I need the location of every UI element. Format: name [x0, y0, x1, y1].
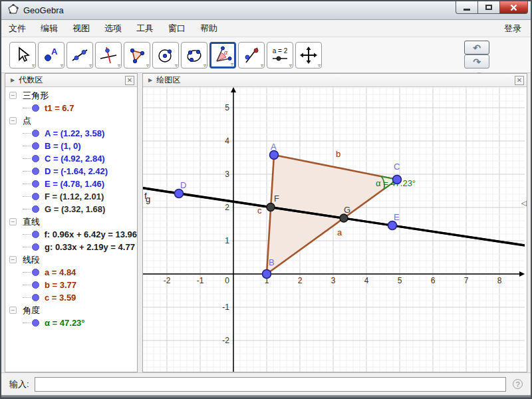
tool-move[interactable]: ▿	[9, 42, 36, 68]
y-axis-tick-label: 5	[225, 103, 229, 112]
algebra-close-button[interactable]: ✕	[125, 76, 134, 85]
collapse-toggle[interactable]: −	[9, 307, 17, 314]
visibility-toggle-dot[interactable]	[32, 243, 39, 251]
tool-point[interactable]: A ▿	[38, 42, 65, 68]
point-B[interactable]	[263, 270, 271, 279]
panel-menu-arrow-icon[interactable]: ▶	[148, 77, 152, 83]
menu-tools[interactable]: 工具	[129, 20, 161, 37]
algebra-item-row[interactable]: a = 4.84	[5, 266, 137, 279]
menu-help[interactable]: 帮助	[193, 20, 225, 37]
visibility-toggle-dot[interactable]	[32, 294, 39, 301]
point-C[interactable]	[393, 176, 402, 184]
visibility-toggle-dot[interactable]	[32, 168, 39, 175]
help-icon: ?	[515, 380, 519, 388]
visibility-toggle-dot[interactable]	[32, 319, 39, 327]
tool-line[interactable]: ▿	[66, 42, 93, 68]
visibility-toggle-dot[interactable]	[32, 281, 39, 289]
algebra-item-row[interactable]: f: 0.96x + 6.42y = 13.96	[5, 228, 137, 241]
point-E[interactable]	[388, 221, 397, 230]
panel-collapse-arrow-icon[interactable]: ◁	[521, 199, 527, 207]
visibility-toggle-dot[interactable]	[32, 193, 39, 200]
tool-reflect[interactable]: ▿	[238, 42, 265, 68]
algebra-item-value: F = (1.12, 2.01)	[45, 192, 104, 201]
new-point-icon: A	[42, 46, 61, 65]
point-D[interactable]	[175, 190, 184, 198]
point-A[interactable]	[270, 151, 279, 160]
algebra-group-label: 直线	[23, 216, 40, 228]
point-F[interactable]	[267, 203, 275, 211]
algebra-item-row[interactable]: E = (4.78, 1.46)	[5, 178, 137, 190]
title-bar[interactable]: GeoGebra	[1, 1, 531, 20]
tool-move-graphics[interactable]: ▿	[295, 42, 322, 68]
y-axis-tick-label: -2	[222, 336, 229, 345]
menu-window[interactable]: 窗口	[161, 20, 193, 37]
collapse-toggle[interactable]: −	[9, 117, 17, 124]
algebra-item-value: E = (4.78, 1.46)	[45, 179, 104, 189]
undo-icon: ↶	[473, 43, 481, 53]
algebra-item-row[interactable]: α = 47.23°	[5, 317, 137, 329]
menu-file[interactable]: 文件	[1, 20, 33, 37]
graphics-canvas[interactable]: -2-11234567854321-1-20α = 47.23°cabfgABC…	[143, 87, 525, 372]
y-axis-tick-label: 3	[225, 170, 229, 179]
point-label-B: B	[269, 257, 275, 267]
menu-bar: 文件 编辑 视图 选项 工具 窗口 帮助 登录	[1, 20, 531, 37]
algebra-item-row[interactable]: A = (1.22, 3.58)	[5, 127, 137, 140]
collapse-toggle[interactable]: −	[9, 218, 17, 225]
collapse-toggle[interactable]: −	[9, 92, 17, 99]
graphics-close-button[interactable]: ✕	[515, 76, 524, 85]
redo-button[interactable]: ↷	[464, 55, 489, 68]
point-label-A: A	[271, 142, 277, 152]
collapse-toggle[interactable]: −	[9, 256, 17, 263]
algebra-item-row[interactable]: g: 0.33x + 2.19y = 4.77	[5, 241, 137, 253]
tool-perpendicular-line[interactable]: ▿	[95, 42, 122, 68]
panel-splitter[interactable]	[138, 73, 142, 372]
algebra-group-row[interactable]: −三角形	[5, 89, 137, 102]
algebra-item-row[interactable]: C = (4.92, 2.84)	[5, 152, 137, 165]
close-button[interactable]	[500, 1, 528, 14]
visibility-toggle-dot[interactable]	[32, 142, 39, 150]
tool-polygon[interactable]: ▿	[124, 42, 150, 68]
point-G[interactable]	[340, 214, 348, 222]
algebra-item-row[interactable]: D = (-1.64, 2.42)	[5, 165, 137, 178]
visibility-toggle-dot[interactable]	[32, 205, 39, 213]
maximize-button[interactable]	[478, 1, 500, 14]
menu-view[interactable]: 视图	[65, 20, 97, 37]
tree-line	[23, 184, 31, 184]
algebra-group-row[interactable]: −直线	[5, 215, 137, 228]
algebra-item-row[interactable]: b = 3.77	[5, 279, 137, 291]
algebra-item-row[interactable]: F = (1.12, 2.01)	[5, 190, 137, 203]
algebra-item-value: a = 4.84	[45, 267, 76, 277]
algebra-group-label: 角度	[23, 305, 40, 317]
menu-edit[interactable]: 编辑	[33, 20, 65, 37]
algebra-item-row[interactable]: G = (3.32, 1.68)	[5, 203, 137, 215]
algebra-item-value: t1 = 6.7	[45, 103, 74, 113]
visibility-toggle-dot[interactable]	[32, 130, 39, 137]
tool-conic[interactable]: ▿	[181, 42, 207, 68]
tool-angle[interactable]: α ▿	[209, 42, 236, 68]
undo-button[interactable]: ↶	[464, 41, 489, 55]
algebra-item-row[interactable]: B = (1, 0)	[5, 140, 137, 152]
algebra-group-row[interactable]: −线段	[5, 253, 137, 266]
command-input[interactable]	[35, 377, 506, 392]
tool-circle[interactable]: ▿	[152, 42, 179, 68]
input-help-button[interactable]: ?	[513, 379, 523, 389]
visibility-toggle-dot[interactable]	[32, 155, 39, 162]
y-axis-tick-label: 4	[225, 136, 229, 146]
visibility-toggle-dot[interactable]	[32, 231, 39, 238]
minimize-button[interactable]	[456, 1, 478, 14]
visibility-toggle-dot[interactable]	[32, 104, 39, 112]
algebra-group-row[interactable]: −角度	[5, 304, 137, 317]
algebra-group-label: 点	[23, 115, 31, 127]
tree-line	[23, 285, 31, 285]
algebra-item-row[interactable]: t1 = 6.7	[5, 102, 137, 114]
menu-options[interactable]: 选项	[97, 20, 129, 37]
visibility-toggle-dot[interactable]	[32, 180, 39, 188]
tool-slider[interactable]: a = 2 ▿	[267, 42, 293, 68]
sign-in-button[interactable]: 登录	[495, 20, 531, 37]
algebra-item-row[interactable]: c = 3.59	[5, 291, 137, 304]
svg-text:a = 2: a = 2	[273, 47, 288, 55]
algebra-group-row[interactable]: −点	[5, 114, 137, 127]
panel-menu-arrow-icon[interactable]: ▶	[11, 77, 15, 83]
visibility-toggle-dot[interactable]	[32, 269, 39, 276]
x-axis-tick-label: 5	[398, 276, 402, 285]
